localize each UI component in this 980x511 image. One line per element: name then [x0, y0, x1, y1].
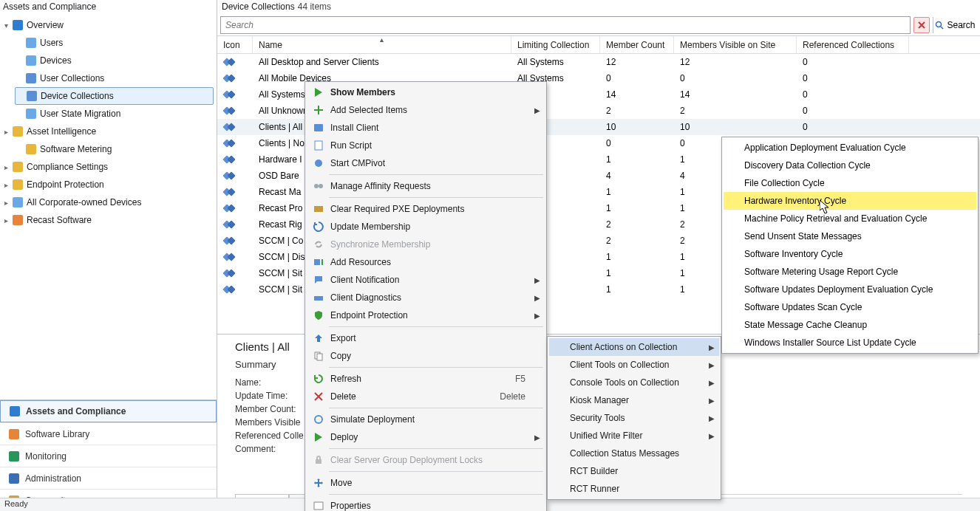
menu-item-clear-required-pxe-deployments[interactable]: Clear Required PXE Deployments	[307, 200, 545, 218]
menu-item-delete[interactable]: DeleteDelete	[307, 388, 545, 405]
expander-icon[interactable]: ▾	[1, 21, 10, 30]
action-item-hardware-inventory-cycle[interactable]: Hardware Inventory Cycle	[724, 192, 976, 210]
action-item-software-updates-deployment-evaluation-cycle[interactable]: Software Updates Deployment Evaluation C…	[724, 281, 976, 298]
search-button[interactable]: Search	[933, 17, 977, 33]
search-input[interactable]	[220, 16, 911, 34]
menu-item-client-notification[interactable]: Client Notification▶	[307, 271, 545, 289]
expander-icon[interactable]: ▸	[1, 181, 10, 189]
nav-item-overview[interactable]: ▾Overview	[0, 16, 217, 34]
expander-icon[interactable]: ▸	[1, 216, 10, 224]
nav-item-compliance-settings[interactable]: ▸Compliance Settings	[0, 158, 217, 176]
table-row[interactable]: All Desktop and Server ClientsAll System…	[217, 54, 980, 70]
menu-item-icon	[310, 454, 327, 466]
device-icon	[26, 55, 36, 66]
action-item-file-collection-cycle[interactable]: File Collection Cycle	[724, 174, 976, 192]
col-icon[interactable]: Icon	[217, 36, 253, 53]
submenu-item-security-tools[interactable]: Security Tools▶	[549, 409, 719, 427]
wunderbar-administration[interactable]: Administration	[0, 467, 217, 489]
submenu-item-collection-status-messages[interactable]: Collection Status Messages	[549, 445, 719, 462]
nav-item-devices[interactable]: Devices	[0, 52, 217, 69]
menu-item-copy[interactable]: Copy	[307, 347, 545, 365]
menu-item-run-script[interactable]: Run Script	[307, 137, 545, 154]
menu-item-client-diagnostics[interactable]: Client Diagnostics▶	[307, 289, 545, 306]
action-item-send-unsent-state-messages[interactable]: Send Unsent State Messages	[724, 227, 976, 245]
content-title: Device Collections	[222, 1, 295, 12]
row-icon-cell	[217, 57, 253, 67]
menu-item-move[interactable]: Move	[307, 474, 545, 492]
globe-icon	[13, 20, 23, 30]
col-referenced[interactable]: Referenced Collections	[797, 36, 909, 53]
submenu-item-rct-builder[interactable]: RCT Builder	[549, 462, 719, 480]
submenu-arrow-icon: ▶	[534, 433, 540, 442]
nav-item-label: Compliance Settings	[25, 162, 108, 172]
nav-item-all-corporate-owned-devices[interactable]: ▸All Corporate-owned Devices	[0, 193, 217, 211]
row-visible: 14	[674, 89, 797, 100]
menu-item-install-client[interactable]: Install Client	[307, 119, 545, 137]
col-visible[interactable]: Members Visible on Site	[674, 36, 797, 53]
menu-item-update-membership[interactable]: Update Membership	[307, 218, 545, 236]
plus-green-icon	[313, 104, 324, 116]
action-item-state-message-cache-cleanup[interactable]: State Message Cache Cleanup	[724, 316, 976, 334]
submenu-item-kiosk-manager[interactable]: Kiosk Manager▶	[549, 391, 719, 409]
col-name[interactable]: Name▴	[253, 36, 511, 53]
nav-item-icon	[10, 126, 25, 137]
nav-item-endpoint-protection[interactable]: ▸Endpoint Protection	[0, 176, 217, 193]
menu-item-label: Synchronize Membership	[327, 239, 525, 250]
search-clear-button[interactable]	[913, 17, 930, 33]
nav-item-recast-software[interactable]: ▸Recast Software	[0, 211, 217, 229]
action-item-machine-policy-retrieval-and-evaluation-cycle[interactable]: Machine Policy Retrieval and Evaluation …	[724, 210, 976, 227]
nav-item-device-collections[interactable]: Device Collections	[15, 87, 214, 105]
nav-item-asset-intelligence[interactable]: ▸Asset Intelligence	[0, 123, 217, 140]
expander-icon[interactable]: ▸	[1, 199, 10, 207]
nav-item-icon	[10, 162, 25, 172]
ep-icon	[13, 179, 23, 190]
menu-item-add-selected-items[interactable]: Add Selected Items▶	[307, 101, 545, 119]
action-item-application-deployment-evaluation-cycle[interactable]: Application Deployment Evaluation Cycle	[724, 139, 976, 157]
col-members[interactable]: Member Count	[600, 36, 674, 53]
menu-item-start-cmpivot[interactable]: Start CMPivot	[307, 154, 545, 172]
action-item-software-updates-scan-cycle[interactable]: Software Updates Scan Cycle	[724, 298, 976, 316]
nav-item-icon	[24, 91, 39, 101]
action-item-discovery-data-collection-cycle[interactable]: Discovery Data Collection Cycle	[724, 157, 976, 174]
nav-item-user-collections[interactable]: User Collections	[0, 69, 217, 87]
menu-item-label: Deploy	[327, 432, 525, 442]
action-item-software-metering-usage-report-cycle[interactable]: Software Metering Usage Report Cycle	[724, 263, 976, 281]
menu-item-refresh[interactable]: RefreshF5	[307, 370, 545, 388]
submenu-item-rct-runner[interactable]: RCT Runner	[549, 480, 719, 498]
notify-icon	[313, 274, 324, 286]
wunderbar-software-library[interactable]: Software Library	[0, 422, 217, 445]
menu-item-show-members[interactable]: Show Members	[307, 83, 545, 101]
menu-item-icon	[310, 239, 327, 250]
menu-item-properties[interactable]: Properties	[307, 497, 545, 511]
menu-item-label: Start CMPivot	[327, 158, 525, 168]
menu-item-manage-affinity-requests[interactable]: Manage Affinity Requests	[307, 177, 545, 195]
menu-item-export[interactable]: Export	[307, 329, 545, 347]
action-item-windows-installer-source-list-update-cycle[interactable]: Windows Installer Source List Update Cyc…	[724, 334, 976, 351]
wunderbar-label: Assets and Compliance	[23, 406, 126, 416]
menu-item-add-resources[interactable]: Add Resources	[307, 253, 545, 271]
submenu-item-client-actions-on-collection[interactable]: Client Actions on Collection▶	[549, 338, 719, 356]
row-members: 1	[600, 284, 674, 295]
expander-icon[interactable]: ▸	[1, 128, 10, 136]
nav-item-user-state-migration[interactable]: User State Migration	[0, 105, 217, 123]
row-icon-cell	[217, 236, 253, 246]
menu-item-simulate-deployment[interactable]: Simulate Deployment	[307, 411, 545, 428]
action-item-software-inventory-cycle[interactable]: Software Inventory Cycle	[724, 245, 976, 263]
row-ref: 0	[797, 73, 909, 83]
wunderbar-assets-and-compliance[interactable]: Assets and Compliance	[0, 400, 217, 422]
nav-item-users[interactable]: Users	[0, 34, 217, 52]
menu-item-deploy[interactable]: Deploy▶	[307, 428, 545, 446]
menu-item-endpoint-protection[interactable]: Endpoint Protection▶	[307, 306, 545, 324]
nav-item-software-metering[interactable]: Software Metering	[0, 140, 217, 158]
menu-item-icon	[310, 350, 327, 362]
col-limiting[interactable]: Limiting Collection	[511, 36, 600, 53]
submenu-item-client-tools-on-collection[interactable]: Client Tools on Collection▶	[549, 356, 719, 374]
expander-icon[interactable]: ▸	[1, 163, 10, 171]
wunderbar-monitoring[interactable]: Monitoring	[0, 445, 217, 467]
svg-point-0	[936, 22, 942, 27]
submenu-item-console-tools-on-collection[interactable]: Console Tools on Collection▶	[549, 374, 719, 391]
submenu-item-unified-write-filter[interactable]: Unified Write Filter▶	[549, 427, 719, 445]
menu-item-icon	[310, 391, 327, 402]
row-visible: 10	[674, 122, 797, 132]
nav-item-icon	[24, 73, 38, 83]
